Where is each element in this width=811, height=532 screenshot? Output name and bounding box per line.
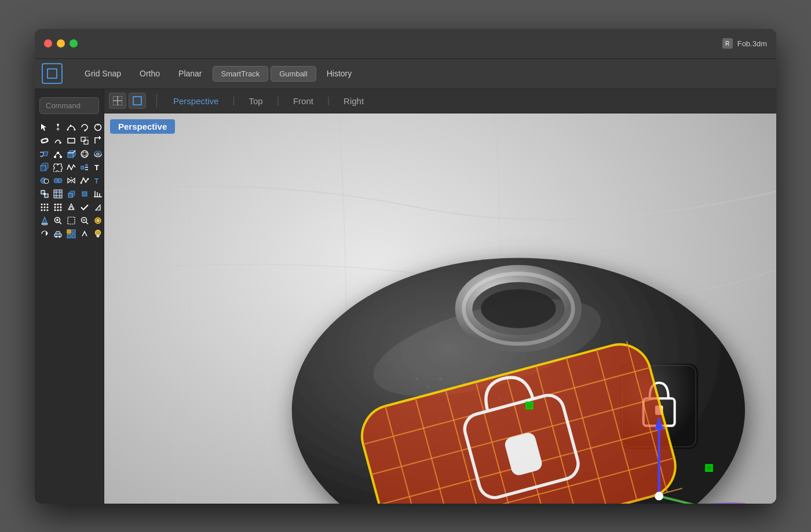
shear-tool[interactable] [38,148,51,160]
point-tool[interactable] [52,121,64,134]
svg-point-69 [44,206,46,208]
svg-text:T: T [94,177,99,185]
svg-point-105 [96,230,101,235]
turntable-tool[interactable] [38,228,51,240]
rect-tool[interactable] [65,134,78,147]
svg-rect-21 [68,153,73,157]
grid2-tool[interactable] [52,188,64,200]
arrow-tool[interactable] [78,228,91,240]
box3d-tool[interactable] [65,148,78,160]
svg-point-43 [81,182,82,184]
svg-rect-92 [68,217,75,224]
select-tool[interactable] [38,121,51,134]
puzzle-tool[interactable] [52,161,64,174]
wave-tool[interactable] [65,161,78,174]
tab-perspective[interactable]: Perspective [163,94,229,108]
spotlight-tool[interactable] [92,214,104,227]
bulb-tool[interactable] [92,228,104,240]
smart-track-button[interactable]: SmartTrack [213,66,269,82]
orbit-tool[interactable] [38,134,51,147]
close-button[interactable] [44,39,52,47]
maximize-button[interactable] [70,39,78,47]
svg-point-154 [655,492,663,500]
svg-line-89 [60,222,62,224]
svg-point-46 [87,178,89,179]
grid-view-icon[interactable] [109,93,126,109]
bars-tool[interactable] [92,188,104,200]
svg-point-118 [439,377,441,380]
planar-button[interactable]: Planar [170,65,210,82]
viewport-canvas[interactable]: Perspective [104,113,776,504]
svg-point-7 [74,129,76,130]
check-tool[interactable] [78,201,91,214]
svg-point-42 [57,178,62,183]
svg-point-117 [428,386,430,388]
freeform-tool[interactable] [52,148,64,160]
svg-point-45 [85,181,87,182]
dots-tool[interactable] [38,201,51,214]
shell-tool[interactable] [65,201,78,214]
svg-marker-4 [57,124,59,127]
history-button[interactable]: History [319,65,360,82]
svg-point-50 [43,193,46,195]
sphere-tool[interactable] [78,148,91,160]
svg-rect-14 [84,140,88,144]
svg-point-20 [60,156,62,157]
torus-tool[interactable] [92,148,104,160]
curve-tool[interactable] [65,121,78,134]
zoom-tool[interactable] [52,214,64,227]
text-pts-tool[interactable]: T [92,161,104,174]
move-pts-tool[interactable] [78,161,91,174]
corner2-tool[interactable] [38,188,51,200]
svg-rect-101 [67,230,71,233]
dotgrid-tool[interactable] [52,201,64,214]
svg-rect-0 [48,69,57,78]
viewport-tabs: Perspective | Top | Front | Right [104,89,776,113]
svg-point-71 [41,209,43,211]
rotate-tool[interactable] [78,121,91,134]
transform-tool[interactable] [78,134,91,147]
zoom2-tool[interactable] [78,214,91,227]
svg-point-26 [81,152,88,156]
command-input[interactable] [39,97,99,114]
svg-point-78 [57,206,59,208]
svg-point-99 [56,236,57,237]
grid-snap-button[interactable]: Grid Snap [76,65,129,82]
solid-tool[interactable] [78,188,91,200]
blob1-tool[interactable] [38,174,51,187]
grid3-tool[interactable] [65,228,78,240]
tab-front[interactable]: Front [283,94,324,108]
arc-tool[interactable] [52,134,64,147]
svg-point-6 [70,124,72,126]
tab-divider [156,94,157,108]
svg-marker-85 [96,205,100,210]
text-tool[interactable]: T [92,174,104,187]
blob2-tool[interactable] [52,174,64,187]
extrude-tool[interactable] [65,188,78,200]
polyline-tool[interactable] [78,174,91,187]
gumball-button[interactable]: Gumball [271,66,316,82]
minimize-button[interactable] [57,39,65,47]
single-view-icon[interactable] [129,93,146,109]
angle-tool[interactable] [92,201,104,214]
tab-right[interactable]: Right [333,94,374,108]
svg-point-19 [57,152,59,153]
cone-tool[interactable] [38,214,51,227]
viewport-square-icon[interactable] [42,63,63,84]
ortho-button[interactable]: Ortho [131,65,168,82]
select2-tool[interactable] [65,214,78,227]
svg-point-40 [44,179,49,184]
svg-rect-56 [68,193,72,197]
svg-rect-33 [81,166,84,169]
car-tool[interactable] [52,228,64,240]
svg-point-97 [97,219,100,222]
mesh-tool[interactable] [38,161,51,174]
vp-tab-icons [109,93,146,109]
svg-point-27 [83,151,86,157]
circle-tool[interactable] [92,121,104,134]
svg-rect-12 [68,138,75,143]
tab-top[interactable]: Top [239,94,273,108]
mirror-tool[interactable] [65,174,78,187]
svg-point-126 [481,289,556,328]
corner-tool[interactable] [92,134,104,147]
